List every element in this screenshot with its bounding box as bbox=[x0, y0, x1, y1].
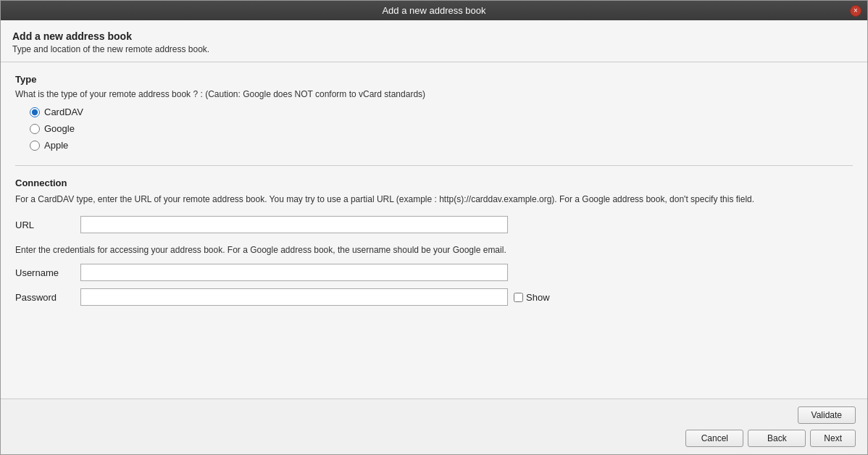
radio-google-label: Google bbox=[44, 123, 75, 134]
page-header: Add a new address book Type and location… bbox=[1, 20, 867, 62]
titlebar: Add a new address book × bbox=[1, 1, 867, 20]
show-password-checkbox[interactable] bbox=[514, 293, 523, 302]
radio-apple-input[interactable] bbox=[30, 141, 40, 151]
page-subtitle: Type and location of the new remote addr… bbox=[12, 44, 856, 54]
show-password-label[interactable]: Show bbox=[514, 292, 550, 303]
type-radio-group: CardDAV Google Apple bbox=[30, 107, 853, 151]
radio-carddav-label: CardDAV bbox=[44, 107, 83, 117]
main-content: Type What is the type of your remote add… bbox=[1, 62, 867, 398]
close-icon: × bbox=[854, 7, 858, 14]
password-row: Password Show bbox=[15, 288, 853, 306]
username-row: Username bbox=[15, 264, 853, 281]
next-button[interactable]: Next bbox=[810, 430, 856, 447]
page-title: Add a new address book bbox=[12, 30, 856, 42]
type-section: Type What is the type of your remote add… bbox=[15, 74, 853, 151]
url-input[interactable] bbox=[80, 216, 508, 233]
password-field-group: Show bbox=[80, 288, 550, 306]
window-title: Add a new address book bbox=[382, 5, 485, 16]
credentials-description: Enter the credentials for accessing your… bbox=[15, 243, 853, 256]
password-input[interactable] bbox=[80, 288, 508, 306]
radio-google[interactable]: Google bbox=[30, 123, 853, 134]
footer: Validate Cancel Back Next bbox=[1, 398, 867, 454]
connection-section: Connection For a CardDAV type, enter the… bbox=[15, 178, 853, 306]
url-label: URL bbox=[15, 220, 80, 230]
cancel-button[interactable]: Cancel bbox=[685, 430, 743, 447]
connection-description: For a CardDAV type, enter the URL of you… bbox=[15, 193, 853, 206]
type-section-description: What is the type of your remote address … bbox=[15, 89, 853, 99]
back-button[interactable]: Back bbox=[748, 430, 806, 447]
main-window: Add a new address book × Add a new addre… bbox=[0, 0, 868, 455]
show-password-text: Show bbox=[526, 292, 550, 303]
divider bbox=[15, 165, 853, 166]
radio-carddav-input[interactable] bbox=[30, 107, 40, 117]
button-row: Cancel Back Next bbox=[12, 430, 856, 447]
validate-row: Validate bbox=[12, 406, 856, 424]
url-row: URL bbox=[15, 216, 853, 233]
validate-button[interactable]: Validate bbox=[798, 406, 856, 424]
type-section-title: Type bbox=[15, 74, 853, 85]
radio-apple[interactable]: Apple bbox=[30, 140, 853, 151]
radio-apple-label: Apple bbox=[44, 140, 68, 151]
radio-carddav[interactable]: CardDAV bbox=[30, 107, 853, 117]
content-area: Add a new address book Type and location… bbox=[1, 20, 867, 454]
password-label: Password bbox=[15, 292, 80, 303]
username-label: Username bbox=[15, 267, 80, 278]
username-input[interactable] bbox=[80, 264, 508, 281]
close-button[interactable]: × bbox=[850, 5, 861, 17]
radio-google-input[interactable] bbox=[30, 124, 40, 134]
connection-section-title: Connection bbox=[15, 178, 853, 188]
